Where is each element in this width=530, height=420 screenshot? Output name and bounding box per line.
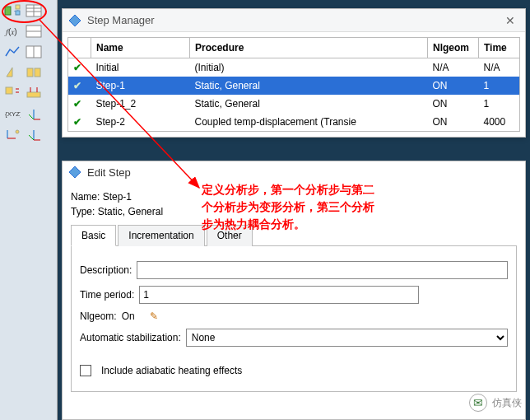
name-value: Step-1 — [103, 191, 132, 203]
tab-basic[interactable]: Basic — [71, 225, 116, 246]
table-row[interactable]: ✔ Initial (Initial) N/A N/A — [68, 58, 520, 77]
svg-rect-13 — [27, 68, 33, 77]
step-manager-titlebar: Step Manager ✕ — [63, 9, 525, 32]
table-row[interactable]: ✔ Step-1 Static, General ON 1 — [68, 77, 520, 95]
check-icon: ✔ — [73, 98, 85, 110]
interaction-icon[interactable] — [3, 63, 21, 82]
check-icon: ✔ — [73, 80, 85, 91]
table-row[interactable]: ✔ Step-2 Coupled temp-displacement (Tran… — [68, 113, 520, 132]
annotation-text: 定义分析步，第一个分析步与第二 个分析步为变形分析，第三个分析 步为热力耦合分析… — [202, 181, 416, 233]
description-input[interactable] — [137, 261, 508, 279]
tab-basic-content: Description: Time period: Nlgeom: On ✎ A… — [71, 246, 517, 392]
svg-line-30 — [29, 135, 34, 140]
svg-text:𝑓(𝑥): 𝑓(𝑥) — [4, 27, 17, 37]
step-table: Name Procedure Nlgeom Time ✔ Initial (In… — [63, 32, 525, 137]
xyz-icon[interactable]: {XYZ} — [3, 105, 21, 123]
adiabatic-label: Include adiabatic heating effects — [101, 365, 242, 376]
name-label: Name: — [71, 191, 100, 203]
step-manager-dialog: Step Manager ✕ Name Procedure Nlgeom Tim… — [62, 8, 526, 138]
datum-icon[interactable] — [25, 105, 43, 123]
svg-line-24 — [29, 114, 34, 119]
auto-stab-label: Automatic stabilization: — [80, 332, 181, 343]
edit-step-title-icon — [67, 165, 82, 180]
col-nlgeom: Nlgeom — [428, 38, 479, 58]
watermark-text: 仿真侠 — [492, 396, 522, 410]
edit-step-title: Edit Step — [87, 166, 131, 179]
svg-rect-2 — [16, 5, 20, 9]
svg-marker-31 — [69, 15, 81, 26]
svg-rect-15 — [6, 87, 12, 94]
col-name: Name — [91, 38, 190, 58]
history-manager-icon[interactable] — [25, 43, 43, 61]
tab-incrementation[interactable]: Incrementation — [118, 225, 204, 246]
table-row[interactable]: ✔ Step-1_2 Static, General ON 1 — [68, 95, 520, 113]
watermark: ✉ 仿真侠 — [469, 394, 522, 412]
col-procedure: Procedure — [190, 38, 428, 58]
check-icon: ✔ — [73, 62, 85, 73]
adiabatic-checkbox[interactable] — [80, 365, 91, 376]
csys-icon[interactable] — [3, 125, 21, 143]
type-label: Type: — [71, 206, 95, 217]
col-time: Time — [479, 38, 520, 58]
left-toolbar: → 𝑓(𝑥) {XYZ} — [0, 0, 58, 420]
svg-point-27 — [16, 130, 19, 133]
step-manager-title-icon — [67, 13, 82, 28]
svg-text:{XYZ}: {XYZ} — [5, 110, 21, 118]
bc-create-icon[interactable] — [3, 84, 21, 102]
bc-manager-icon[interactable] — [25, 84, 43, 102]
nlgeom-label: Nlgeom: — [80, 310, 117, 322]
field-output-icon[interactable]: 𝑓(𝑥) — [3, 22, 21, 40]
table-header-row: Name Procedure Nlgeom Time — [68, 38, 520, 58]
description-label: Description: — [80, 264, 132, 276]
svg-rect-3 — [16, 11, 20, 15]
step-create-icon[interactable]: → — [3, 2, 21, 20]
time-period-label: Time period: — [80, 289, 134, 301]
auto-stab-select[interactable]: None — [186, 329, 508, 347]
svg-rect-0 — [5, 7, 11, 15]
edit-step-titlebar: Edit Step — [63, 161, 525, 183]
step-manager-title: Step Manager — [87, 14, 500, 26]
svg-rect-14 — [35, 68, 40, 77]
axes-icon[interactable] — [25, 125, 43, 143]
svg-rect-18 — [27, 92, 40, 97]
svg-marker-32 — [69, 166, 81, 178]
step-manager-icon[interactable] — [25, 2, 43, 20]
nlgeom-value: On — [122, 310, 135, 322]
contact-icon[interactable] — [25, 63, 43, 82]
history-output-icon[interactable] — [3, 43, 21, 61]
pencil-icon[interactable]: ✎ — [150, 310, 158, 322]
time-period-input[interactable] — [139, 286, 419, 304]
field-manager-icon[interactable] — [25, 22, 43, 40]
type-value: Static, General — [98, 206, 163, 217]
check-icon: ✔ — [73, 116, 85, 128]
wechat-icon: ✉ — [469, 394, 487, 412]
close-icon[interactable]: ✕ — [500, 14, 520, 27]
